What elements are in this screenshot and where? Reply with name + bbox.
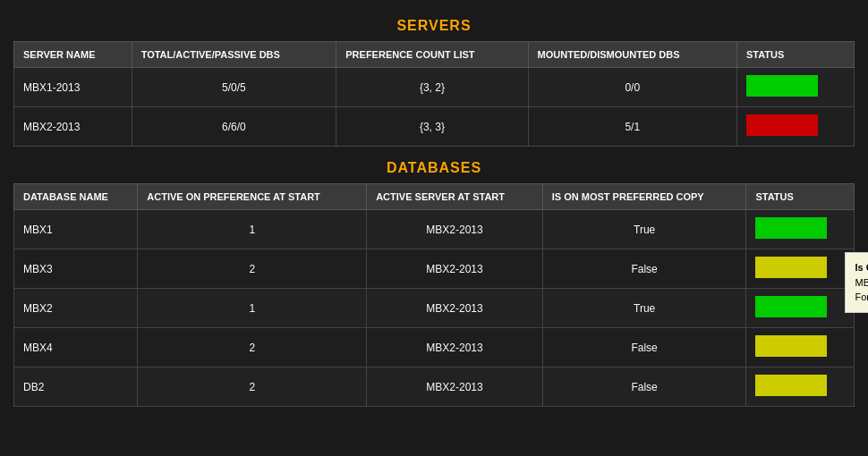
db-active-pref: 2 <box>138 367 367 407</box>
status-indicator <box>746 75 818 97</box>
status-indicator <box>755 335 827 357</box>
tooltip-box: Is On Most Preferred Copy Warning Detail… <box>845 252 868 313</box>
databases-section: DATABASES DATABASE NAME ACTIVE ON PREFER… <box>13 160 855 407</box>
db-preferred: False <box>542 249 746 289</box>
db-active-server: MBX2-2013 <box>367 367 543 407</box>
db-name: MBX1 <box>14 210 138 249</box>
server-status <box>736 68 854 107</box>
servers-col-preference: PREFERENCE COUNT LIST <box>336 42 528 68</box>
status-indicator <box>746 114 818 136</box>
db-col-active-pref: ACTIVE ON PREFERENCE AT START <box>138 184 367 210</box>
server-preference: {3, 3} <box>336 107 528 147</box>
db-active-pref: 2 <box>138 249 367 289</box>
db-active-server: MBX2-2013 <box>367 210 543 249</box>
db-status <box>746 367 855 407</box>
db-status: Is On Most Preferred Copy Warning Detail… <box>746 249 855 289</box>
db-col-active-server: ACTIVE SERVER AT START <box>367 184 543 210</box>
servers-col-name: SERVER NAME <box>14 42 132 68</box>
database-row: MBX3 2 MBX2-2013 False Is On Most Prefer… <box>14 249 855 289</box>
db-name: MBX4 <box>14 328 138 367</box>
db-preferred: True <box>542 289 746 328</box>
servers-col-total: TOTAL/ACTIVE/PASSIVE DBS <box>132 42 336 68</box>
servers-table: SERVER NAME TOTAL/ACTIVE/PASSIVE DBS PRE… <box>13 41 855 147</box>
databases-table: DATABASE NAME ACTIVE ON PREFERENCE AT ST… <box>13 183 855 407</box>
databases-title: DATABASES <box>13 160 855 176</box>
database-row: DB2 2 MBX2-2013 False <box>14 367 855 407</box>
tooltip-title: Is On Most Preferred Copy Warning Detail… <box>855 262 868 273</box>
status-indicator <box>755 375 827 396</box>
db-active-server: MBX2-2013 <box>367 289 543 328</box>
server-name: MBX1-2013 <box>14 68 132 107</box>
db-active-pref: 1 <box>138 289 367 328</box>
status-indicator <box>755 296 827 317</box>
db-col-status: STATUS <box>746 184 855 210</box>
server-preference: {3, 2} <box>336 68 528 107</box>
database-row: MBX1 1 MBX2-2013 True <box>14 210 855 249</box>
db-preferred: False <box>542 367 746 407</box>
db-col-name: DATABASE NAME <box>14 184 138 210</box>
servers-col-mounted: MOUNTED/DISMOUNTED DBS <box>528 42 736 68</box>
db-active-pref: 1 <box>138 210 367 249</box>
server-row: MBX2-2013 6/6/0 {3, 3} 5/1 <box>14 107 855 147</box>
tooltip-body: MBX3 is not on the most preferred databa… <box>855 277 868 288</box>
db-active-server: MBX2-2013 <box>367 328 543 367</box>
tooltip-container: Is On Most Preferred Copy Warning Detail… <box>755 257 827 281</box>
db-name: DB2 <box>14 367 138 407</box>
database-row: MBX4 2 MBX2-2013 False <box>14 328 855 367</box>
db-preferred: False <box>542 328 746 367</box>
server-status <box>736 107 854 147</box>
server-name: MBX2-2013 <box>14 107 132 147</box>
server-total: 6/6/0 <box>132 107 336 147</box>
db-status <box>746 328 855 367</box>
db-name: MBX2 <box>14 289 138 328</box>
server-total: 5/0/5 <box>132 68 336 107</box>
page-container: SERVERS SERVER NAME TOTAL/ACTIVE/PASSIVE… <box>0 0 868 429</box>
status-indicator <box>755 257 827 278</box>
db-name: MBX3 <box>14 249 138 289</box>
db-status <box>746 289 855 328</box>
servers-title: SERVERS <box>13 18 855 34</box>
db-preferred: True <box>542 210 746 249</box>
db-status <box>746 210 855 249</box>
db-col-preferred: IS ON MOST PREFERRED COPY <box>542 184 746 210</box>
status-indicator <box>755 217 827 239</box>
servers-col-status: STATUS <box>736 42 854 68</box>
db-active-pref: 2 <box>138 328 367 367</box>
server-mounted: 5/1 <box>528 107 736 147</box>
server-row: MBX1-2013 5/0/5 {3, 2} 0/0 <box>14 68 855 107</box>
database-row: MBX2 1 MBX2-2013 True <box>14 289 855 328</box>
tooltip-help-prefix: For troubleshooting assistance, please <box>855 291 868 302</box>
db-active-server: MBX2-2013 <box>367 249 543 289</box>
server-mounted: 0/0 <box>528 68 736 107</box>
